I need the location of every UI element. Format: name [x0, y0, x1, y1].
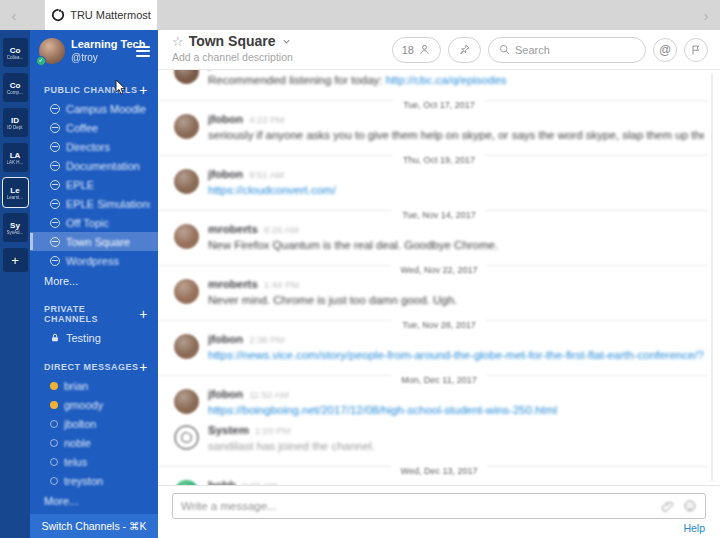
message-link[interactable]: https://cloudconvert.com/	[208, 184, 336, 196]
message-author[interactable]: bobb	[208, 478, 236, 485]
public-channel-list: Campus Moodle Suppo...CoffeeDirectorsDoc…	[30, 99, 158, 270]
date-divider: Wed, Dec 13, 2017	[158, 460, 720, 472]
dm-item[interactable]: noble	[30, 433, 158, 452]
private-channel-item[interactable]: Testing	[30, 328, 158, 347]
message-body: System1:20 PMsandilast has joined the ch…	[208, 423, 704, 454]
team-tile[interactable]: LeLearni...	[3, 178, 28, 207]
message-author[interactable]: jfobon	[208, 167, 243, 181]
message-author[interactable]: jfobon	[208, 332, 243, 346]
globe-icon	[50, 104, 60, 114]
message-author[interactable]: jfobon	[208, 70, 243, 71]
search-input[interactable]	[515, 44, 636, 56]
channel-title[interactable]: Town Square	[189, 34, 276, 49]
message[interactable]: mroberts8:26 AMNew Firefox Quantum is th…	[158, 219, 720, 255]
main-menu-icon[interactable]	[136, 43, 150, 60]
channel-name: Off Topic	[66, 217, 109, 229]
offline-status-icon	[50, 477, 58, 485]
message[interactable]: jfobon4:23 PMseriously if anyone asks yo…	[158, 109, 720, 145]
private-channel-name: Testing	[66, 332, 101, 344]
create-public-channel-button[interactable]: +	[139, 85, 148, 95]
channel-menu-chevron-icon[interactable]	[281, 36, 292, 47]
message-text-segment: seriously if anyone asks you to give the…	[208, 129, 704, 141]
message-text-segment: Recommended listening for today:	[208, 74, 386, 86]
sidebar-channel-scroll[interactable]: PUBLIC CHANNELS + Campus Moodle Suppo...…	[30, 72, 158, 514]
channel-item[interactable]: EPLE Simulations	[30, 194, 158, 213]
message-timestamp: 3:10 PM	[249, 70, 284, 72]
flag-icon	[690, 44, 702, 56]
away-status-icon	[50, 401, 58, 409]
create-private-channel-button[interactable]: +	[139, 309, 148, 319]
message[interactable]: jfobon9:51 AMhttps://cloudconvert.com/	[158, 164, 720, 200]
channel-item[interactable]: Town Square	[30, 232, 158, 251]
message-link[interactable]: https://news.vice.com/story/people-from-…	[208, 349, 704, 361]
pin-icon	[458, 43, 471, 56]
message-avatar	[174, 169, 199, 194]
message-author[interactable]: mroberts	[208, 277, 258, 291]
message-link[interactable]: https://boingboing.net/2017/12/08/high-s…	[208, 404, 557, 416]
recent-mentions-button[interactable]: @	[653, 38, 677, 62]
channel-item[interactable]: Coffee	[30, 118, 158, 137]
search-box[interactable]	[488, 37, 646, 63]
team-tile[interactable]: CoComp...	[3, 73, 28, 102]
dm-item[interactable]: jbolton	[30, 414, 158, 433]
dm-item[interactable]: telus	[30, 452, 158, 471]
add-team-button[interactable]: +	[3, 248, 28, 272]
forward-chevron-icon[interactable]: ›	[692, 0, 720, 30]
channel-item[interactable]: Campus Moodle Suppo...	[30, 99, 158, 118]
member-count-button[interactable]: 18	[392, 37, 441, 63]
team-tile[interactable]: SySysAd...	[3, 213, 28, 242]
dm-name: gmoody	[64, 399, 103, 411]
globe-icon	[50, 123, 60, 133]
channel-item[interactable]: Off Topic	[30, 213, 158, 232]
dm-item[interactable]: brian	[30, 376, 158, 395]
date-divider-label: Tue, Nov 14, 2017	[392, 210, 486, 220]
message-input[interactable]: Write a message...	[172, 493, 706, 519]
message-list[interactable]: jfobon3:10 PMRecommended listening for t…	[158, 70, 720, 485]
team-tile[interactable]: IDID Dept	[3, 108, 28, 137]
switch-channels-button[interactable]: Switch Channels - ⌘K	[30, 514, 158, 538]
message-link[interactable]: http://cbc.ca/q/episodes	[386, 74, 507, 86]
date-divider: Tue, Oct 17, 2017	[158, 94, 720, 106]
private-channels-header: PRIVATE CHANNELS +	[30, 299, 158, 328]
message[interactable]: jfobon3:10 PMRecommended listening for t…	[158, 70, 720, 90]
pinned-posts-button[interactable]	[448, 37, 481, 63]
team-tile[interactable]: LALAK H...	[3, 143, 28, 172]
flagged-posts-button[interactable]	[684, 38, 708, 62]
channel-item[interactable]: Documentation	[30, 156, 158, 175]
favorite-star-icon[interactable]: ☆	[172, 34, 184, 49]
message-text: Recommended listening for today: http://…	[208, 73, 704, 88]
message-text: New Firefox Quantum is the real deal. Go…	[208, 238, 704, 253]
team-initials: Co	[10, 46, 21, 55]
channel-description-placeholder[interactable]: Add a channel description	[172, 50, 293, 65]
more-public-channels-link[interactable]: More...	[30, 270, 158, 291]
message-author[interactable]: mroberts	[208, 222, 258, 236]
message[interactable]: mroberts1:44 PMNever mind. Chrome is jus…	[158, 274, 720, 310]
more-direct-messages-link[interactable]: More...	[30, 490, 158, 511]
channel-item[interactable]: Wordpress	[30, 251, 158, 270]
channel-item[interactable]: EPLE	[30, 175, 158, 194]
message-author[interactable]: jfobon	[208, 387, 243, 401]
dm-name: jbolton	[64, 418, 96, 430]
help-link[interactable]: Help	[683, 522, 705, 534]
create-direct-message-button[interactable]: +	[139, 362, 148, 372]
message-author[interactable]: jfobon	[208, 112, 243, 126]
message[interactable]: System1:20 PMsandilast has joined the ch…	[158, 420, 720, 456]
emoji-icon[interactable]	[683, 499, 697, 513]
date-divider-label: Wed, Nov 22, 2017	[391, 265, 488, 275]
message[interactable]: bobb9:37 AMif any one is looking for a g…	[158, 475, 720, 485]
message[interactable]: jfobon2:38 PMhttps://news.vice.com/story…	[158, 329, 720, 365]
app-tab[interactable]: TRU Mattermost	[45, 0, 157, 30]
dm-item[interactable]: gmoody	[30, 395, 158, 414]
message[interactable]: jfobon11:52 AMhttps://boingboing.net/201…	[158, 384, 720, 420]
dm-item[interactable]: treyston	[30, 471, 158, 490]
private-channels-title: PRIVATE CHANNELS	[44, 304, 139, 324]
channel-item[interactable]: Directors	[30, 137, 158, 156]
team-initials: LA	[10, 151, 21, 160]
back-chevron-icon[interactable]: ‹	[0, 0, 28, 30]
sidebar-header[interactable]: ✓ Learning Tech @troy	[30, 30, 158, 72]
message-author[interactable]: System	[208, 423, 249, 437]
message-avatar	[174, 224, 199, 249]
attachment-icon[interactable]	[661, 499, 675, 513]
globe-icon	[50, 256, 60, 266]
team-tile[interactable]: CoCollea...	[3, 38, 28, 67]
